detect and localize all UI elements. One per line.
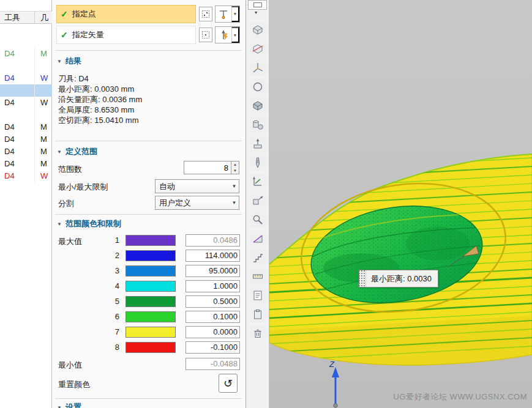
section-view-button[interactable]	[250, 41, 266, 57]
rectangle-tool-button[interactable]	[248, 0, 267, 10]
delete-button[interactable]	[250, 325, 266, 341]
operation-navigator: 工具 几 D4M D4W D4W D4M D4M D4M D4M D4W	[0, 0, 52, 408]
point-dialog-button[interactable]	[199, 7, 212, 21]
range-value-field[interactable]: 1.0000	[185, 280, 240, 292]
check-icon: ✓	[61, 30, 68, 40]
analysis-button[interactable]	[250, 212, 266, 228]
cell-tool	[0, 109, 35, 121]
table-row[interactable]: D4W	[0, 170, 52, 182]
cell-tool: D4	[0, 121, 35, 133]
table-row-selected[interactable]	[0, 84, 52, 97]
extrude-button[interactable]	[250, 136, 266, 152]
table-row[interactable]: D4W	[0, 97, 52, 109]
table-row[interactable]	[0, 60, 52, 72]
range-value-field[interactable]: -0.1000	[185, 341, 240, 354]
spinner-down-button[interactable]	[231, 168, 239, 174]
range-value-field[interactable]: 0.0000	[185, 326, 240, 338]
range-color-swatch[interactable]	[126, 311, 176, 322]
graphics-window[interactable]: 最小距离: 0.0030 Z UG爱好者论坛 WWW.UGSNX.COM	[269, 0, 532, 408]
clipboard-button[interactable]	[250, 306, 266, 322]
datum-csys-icon	[252, 62, 264, 74]
cell-geometry	[35, 60, 52, 72]
circle-tool-button[interactable]	[250, 79, 266, 95]
forum-watermark: UG爱好者论坛 WWW.UGSNX.COM	[394, 391, 528, 402]
range-value-field[interactable]: 0.0486	[185, 234, 240, 247]
vector-icon	[218, 29, 229, 40]
range-color-swatch[interactable]	[126, 265, 176, 276]
axis-vector-icon	[252, 176, 264, 188]
range-index: 6	[111, 311, 119, 323]
range-value-field[interactable]: 95.0000	[185, 265, 240, 277]
table-row[interactable]: D4M	[0, 158, 52, 170]
table-row[interactable]: D4M	[0, 48, 52, 60]
min-value-field[interactable]: -0.0488	[185, 358, 240, 370]
box-tool-button[interactable]	[250, 22, 266, 38]
results-section-header[interactable]: 结果	[57, 56, 81, 67]
spinner-up-button[interactable]	[231, 161, 239, 168]
magnifier-icon	[252, 213, 264, 226]
collapse-arrow-icon	[57, 405, 62, 408]
primitives-button[interactable]	[250, 117, 266, 133]
annotation-button[interactable]	[250, 287, 266, 303]
rectangle-icon	[253, 2, 262, 7]
cell-tool: D4	[0, 146, 35, 158]
section-analysis-button[interactable]	[250, 250, 266, 265]
tooltip-drag-handle-icon[interactable]	[359, 270, 366, 287]
cell-tool	[0, 60, 35, 72]
table-row[interactable]: D4M	[0, 133, 52, 146]
settings-section-header[interactable]: 设置	[57, 402, 81, 408]
range-color-swatch[interactable]	[126, 342, 176, 353]
range-color-swatch[interactable]	[126, 296, 176, 307]
view-triad: Z	[321, 360, 351, 408]
solid-box-button[interactable]	[250, 98, 266, 114]
table-row[interactable]	[0, 109, 52, 121]
reset-colors-button[interactable]	[219, 374, 238, 393]
result-global-thickness: 全局厚度: 8.6530 mm	[58, 105, 134, 116]
point-picker-button[interactable]	[215, 6, 231, 22]
split-select[interactable]: 用户定义	[155, 196, 239, 210]
part-model	[269, 0, 532, 408]
table-row[interactable]: D4M	[0, 121, 52, 133]
column-header-geometry[interactable]: 几	[35, 12, 52, 23]
table-row[interactable]: D4W	[0, 72, 52, 84]
split-value: 用户定义	[155, 198, 230, 209]
vector-dialog-button[interactable]	[199, 28, 212, 42]
vector-tool-button[interactable]	[250, 174, 266, 190]
vector-options-dropdown[interactable]	[231, 27, 239, 43]
min-max-limit-select[interactable]: 自动	[155, 179, 239, 193]
range-color-swatch[interactable]	[126, 327, 176, 338]
point-picker-group	[215, 6, 240, 23]
specify-point-field[interactable]: ✓ 指定点	[56, 5, 196, 23]
draft-analysis-button[interactable]	[250, 231, 266, 247]
range-index: 1	[111, 234, 119, 247]
point-options-dropdown[interactable]	[231, 6, 239, 22]
range-colors-section-header[interactable]: 范围颜色和限制	[57, 218, 121, 229]
datum-csys-button[interactable]	[250, 60, 266, 76]
cell-geometry: W	[35, 97, 52, 109]
range-value-field[interactable]: 0.1000	[185, 311, 240, 323]
note-icon	[252, 289, 264, 302]
range-color-swatch[interactable]	[126, 281, 176, 292]
range-color-swatch[interactable]	[126, 250, 176, 261]
chevron-down-icon[interactable]	[253, 10, 258, 15]
vector-constructor-icon	[201, 31, 210, 39]
specify-point-label: 指定点	[72, 9, 96, 20]
separator	[55, 141, 242, 141]
range-row: 5 0.5000	[52, 295, 246, 308]
measure-button[interactable]	[250, 269, 266, 284]
move-object-button[interactable]	[250, 193, 266, 209]
column-header-tool[interactable]: 工具	[0, 12, 35, 23]
min-max-limit-value: 自动	[155, 181, 230, 192]
range-value-field[interactable]: 0.5000	[185, 295, 240, 308]
hole-tool-button[interactable]	[250, 155, 266, 171]
range-color-swatch[interactable]	[126, 235, 176, 246]
specify-vector-field[interactable]: ✓ 指定矢量	[56, 26, 196, 44]
define-range-section-header[interactable]: 定义范围	[57, 146, 97, 157]
cell-geometry	[35, 84, 52, 97]
tooltip-text: 最小距离: 0.0030	[366, 273, 432, 284]
vector-picker-button[interactable]	[215, 27, 231, 43]
table-row[interactable]: D4M	[0, 146, 52, 158]
chevron-down-icon	[230, 184, 239, 189]
range-count-input[interactable]	[184, 161, 231, 174]
range-value-field[interactable]: 114.0000	[185, 250, 240, 262]
